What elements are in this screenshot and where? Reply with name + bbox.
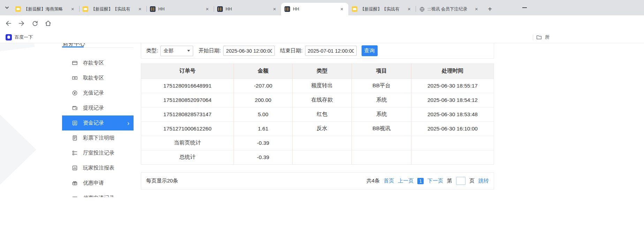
tab-close-icon[interactable]: × bbox=[339, 6, 345, 12]
gift-icon bbox=[72, 180, 78, 186]
browser-window: 【新提醒】海燕策略 × 【新提醒】【实战有 × HH × HH × HH bbox=[0, 0, 644, 232]
cell-order-id: 1751280852097064 bbox=[141, 93, 234, 107]
cell-order-id: 1751280828573147 bbox=[141, 107, 234, 121]
type-select-value: 全部 bbox=[164, 48, 173, 54]
first-page-link[interactable]: 首页 bbox=[384, 178, 394, 184]
sidebar-item-withdraw-records[interactable]: 提现记录 bbox=[62, 100, 134, 115]
bookmark-label: 百度一下 bbox=[15, 34, 33, 40]
table-summary-row-page: 当前页统计 -0.39 bbox=[141, 136, 494, 150]
sidebar-item-label: 充值记录 bbox=[83, 90, 104, 96]
tab-title: :::视讯 会员下注纪录 bbox=[427, 6, 471, 12]
search-button[interactable]: 查询 bbox=[362, 45, 378, 56]
sidebar-item-label: 彩票下注明细 bbox=[83, 135, 114, 141]
refresh-button[interactable] bbox=[31, 19, 39, 28]
sidebar-item-deposit-zone[interactable]: 存款专区 bbox=[62, 55, 134, 70]
ticket-icon bbox=[72, 195, 78, 197]
refresh-icon bbox=[31, 20, 39, 27]
cell-empty bbox=[411, 136, 494, 150]
tab-search-button[interactable] bbox=[2, 3, 12, 12]
cell-empty bbox=[292, 136, 352, 150]
list-icon bbox=[72, 150, 78, 156]
coin-icon bbox=[72, 90, 78, 96]
sidebar: 财务中心 存款专区 取款专区 充值记录 提现记录 bbox=[62, 43, 134, 197]
end-date-input[interactable] bbox=[305, 46, 357, 56]
sidebar-item-funds-records[interactable]: 资金记录 › bbox=[62, 115, 134, 130]
browser-tab[interactable]: HH × bbox=[214, 3, 281, 15]
type-select[interactable]: 全部 bbox=[160, 46, 193, 56]
browser-tab[interactable]: 【新提醒】海燕策略 × bbox=[12, 3, 79, 15]
start-date-label: 开始日期: bbox=[198, 47, 221, 54]
tab-close-icon[interactable]: × bbox=[204, 6, 210, 12]
browser-tab[interactable]: HH × bbox=[146, 3, 214, 15]
cell-processed-time: 2025-06-30 18:54:12 bbox=[411, 93, 494, 107]
sidebar-item-withdraw-zone[interactable]: 取款专区 bbox=[62, 70, 134, 85]
cell-type: 反水 bbox=[292, 121, 352, 136]
minimize-button[interactable] bbox=[519, 3, 530, 13]
page-content: 财务中心 存款专区 取款专区 充值记录 提现记录 bbox=[0, 43, 644, 232]
start-date-input[interactable] bbox=[223, 46, 275, 56]
all-bookmarks-button[interactable]: 所 bbox=[533, 33, 550, 42]
cell-project: BB平台 bbox=[352, 78, 411, 93]
tab-close-icon[interactable]: × bbox=[137, 6, 143, 12]
cell-empty bbox=[411, 150, 494, 164]
cell-amount: -0.39 bbox=[234, 150, 293, 164]
tab-close-icon[interactable]: × bbox=[70, 6, 76, 12]
browser-tab-active[interactable]: HH × bbox=[281, 3, 348, 15]
chevron-down-icon bbox=[4, 5, 10, 10]
chevron-down-icon bbox=[187, 50, 190, 52]
sidebar-item-promo-apply[interactable]: 优惠申请 bbox=[62, 175, 134, 190]
cell-amount: 200.00 bbox=[234, 93, 293, 107]
new-tab-button[interactable]: + bbox=[484, 3, 495, 15]
sidebar-item-lottery-bet-details[interactable]: 彩票下注明细 bbox=[62, 130, 134, 145]
wallet-icon bbox=[72, 105, 78, 111]
back-button[interactable] bbox=[4, 19, 13, 28]
background-decoration bbox=[0, 98, 36, 201]
sidebar-item-label: 玩家投注报表 bbox=[83, 165, 114, 171]
home-button[interactable] bbox=[44, 19, 52, 28]
cell-empty bbox=[352, 150, 411, 164]
tab-list: 【新提醒】海燕策略 × 【新提醒】【实战有 × HH × HH × HH bbox=[12, 3, 495, 15]
cell-amount: -0.39 bbox=[234, 136, 293, 150]
tab-title: HH bbox=[158, 7, 202, 12]
banknote-icon bbox=[72, 75, 78, 81]
jump-suffix-label: 页 bbox=[469, 178, 475, 184]
table-row: 1751280828573147 5.00 红包 系统 2025-06-30 1… bbox=[141, 107, 494, 121]
col-header-order-id: 订单号 bbox=[141, 64, 234, 78]
current-page-badge[interactable]: 1 bbox=[417, 178, 424, 184]
tab-close-icon[interactable]: × bbox=[406, 6, 412, 12]
sidebar-item-label: 资金记录 bbox=[83, 120, 104, 126]
chevron-right-icon: › bbox=[127, 120, 129, 126]
cell-summary-label: 总统计 bbox=[141, 150, 234, 164]
prev-page-link[interactable]: 上一页 bbox=[398, 178, 414, 184]
jump-page-input[interactable] bbox=[456, 177, 465, 185]
sidebar-item-player-bet-report[interactable]: 玩家投注报表 bbox=[62, 160, 134, 175]
tab-title: HH bbox=[226, 7, 269, 12]
baidu-favicon-icon bbox=[6, 34, 12, 40]
funds-table: 订单号 金额 类型 项目 处理时间 1751280916648991 -207.… bbox=[141, 64, 494, 164]
tab-close-icon[interactable]: × bbox=[473, 6, 479, 12]
tab-close-icon[interactable]: × bbox=[272, 6, 278, 12]
bookmarks-divider bbox=[533, 35, 533, 40]
next-page-link[interactable]: 下一页 bbox=[427, 178, 443, 184]
chat-favicon-icon bbox=[83, 6, 88, 12]
browser-tab[interactable]: :::视讯 会员下注纪录 × bbox=[416, 3, 483, 15]
cell-project: 系统 bbox=[352, 107, 411, 121]
cell-processed-time: 2025-06-30 16:10:00 bbox=[411, 121, 494, 136]
sidebar-item-label: 提现记录 bbox=[83, 105, 104, 111]
jump-prefix-label: 第 bbox=[447, 178, 452, 184]
globe-favicon-icon bbox=[419, 6, 425, 12]
sidebar-item-hall-bet-records[interactable]: 厅室投注记录 bbox=[62, 145, 134, 160]
cell-amount: 1.61 bbox=[234, 121, 293, 136]
forward-button[interactable] bbox=[17, 19, 26, 28]
browser-tab[interactable]: 【新提醒】【实战有 × bbox=[79, 3, 146, 15]
table-row: 1751271000612260 1.61 反水 BB视讯 2025-06-30… bbox=[141, 121, 494, 136]
browser-tab[interactable]: 【新提醒】【实战有 × bbox=[348, 3, 416, 15]
jump-button[interactable]: 跳转 bbox=[478, 178, 489, 184]
pagination-bar: 每页显示20条 共4条 首页 上一页 1 下一页 第 页 跳转 bbox=[141, 172, 494, 189]
sidebar-item-promo-apply-records[interactable]: 优惠申请记录 bbox=[62, 190, 134, 197]
folder-icon bbox=[536, 34, 542, 40]
pagination-controls: 共4条 首页 上一页 1 下一页 第 页 跳转 bbox=[366, 177, 489, 185]
sidebar-item-recharge-records[interactable]: 充值记录 bbox=[62, 85, 134, 100]
cell-type: 在线存款 bbox=[292, 93, 352, 107]
bookmark-baidu[interactable]: 百度一下 bbox=[3, 33, 35, 42]
